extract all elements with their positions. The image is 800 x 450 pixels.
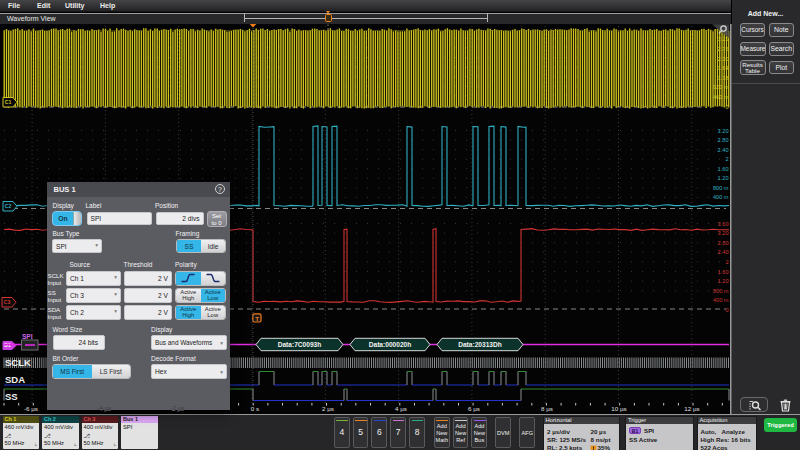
svg-text:C3: C3 <box>4 299 11 305</box>
svg-text:1.84: 1.84 <box>718 65 729 71</box>
svg-text:2 µs: 2 µs <box>322 405 334 412</box>
svg-text:SCLK: SCLK <box>5 357 31 368</box>
svg-text:2.40: 2.40 <box>718 147 729 153</box>
svg-text:C1: C1 <box>5 99 12 105</box>
svg-text:2.76: 2.76 <box>718 46 729 52</box>
svg-text:3.60: 3.60 <box>718 221 729 227</box>
svg-text:12 µs: 12 µs <box>684 405 699 412</box>
svg-text:SS: SS <box>5 391 18 402</box>
svg-text:SDA: SDA <box>5 374 25 385</box>
svg-text:Data:20313Dh: Data:20313Dh <box>458 341 502 348</box>
svg-text:3.20: 3.20 <box>718 230 729 236</box>
svg-text:0: 0 <box>725 307 728 313</box>
svg-text:T: T <box>255 316 259 322</box>
svg-text:Data:000020h: Data:000020h <box>369 341 412 348</box>
svg-text:400 m: 400 m <box>713 297 729 303</box>
svg-text:2.30: 2.30 <box>718 56 729 62</box>
svg-text:920 m: 920 m <box>713 84 729 90</box>
svg-text:3.22: 3.22 <box>718 36 729 42</box>
svg-text:4 µs: 4 µs <box>395 405 407 412</box>
svg-text:1.20: 1.20 <box>718 175 729 181</box>
svg-text:2: 2 <box>725 156 728 162</box>
svg-text:2.40: 2.40 <box>718 249 729 255</box>
svg-text:Data:7C0093h: Data:7C0093h <box>278 341 322 348</box>
svg-text:400 m: 400 m <box>713 194 729 200</box>
svg-text:2: 2 <box>725 259 728 265</box>
svg-text:1.60: 1.60 <box>718 166 729 172</box>
svg-text:3.20: 3.20 <box>718 128 729 134</box>
svg-text:C2: C2 <box>5 203 12 209</box>
svg-text:SPI: SPI <box>22 333 33 340</box>
svg-text:6 µs: 6 µs <box>468 405 480 412</box>
svg-text:1.38: 1.38 <box>718 75 729 81</box>
svg-text:1.60: 1.60 <box>718 269 729 275</box>
svg-text:2.80: 2.80 <box>718 240 729 246</box>
svg-text:0: 0 <box>725 104 728 110</box>
svg-text:-6 µs: -6 µs <box>24 405 38 412</box>
svg-text:2.80: 2.80 <box>718 137 729 143</box>
svg-text:1.20: 1.20 <box>718 278 729 284</box>
svg-text:460 m: 460 m <box>713 94 729 100</box>
svg-text:10 µs: 10 µs <box>611 405 626 412</box>
svg-text:800 m: 800 m <box>713 288 729 294</box>
svg-text:8 µs: 8 µs <box>541 405 553 412</box>
svg-text:0 s: 0 s <box>251 405 259 412</box>
svg-text:800 m: 800 m <box>713 185 729 191</box>
